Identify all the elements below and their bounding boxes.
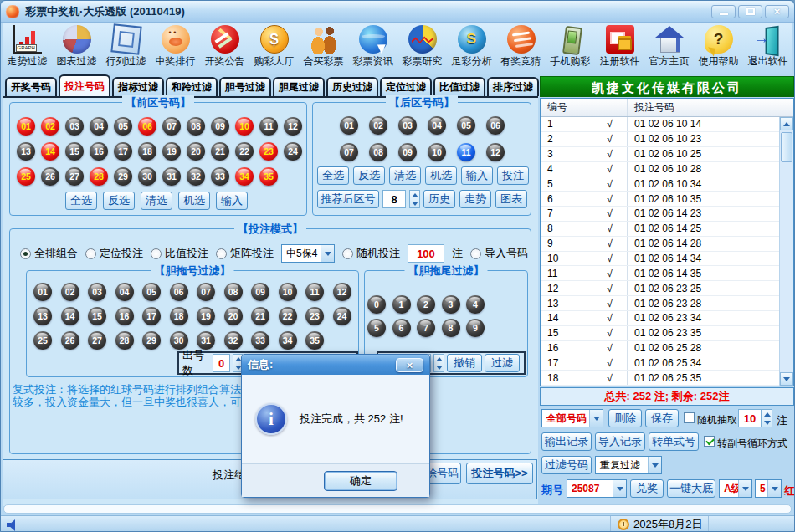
dantuo-ball[interactable]: 34 xyxy=(279,331,297,350)
dantuo-ball[interactable]: 18 xyxy=(170,307,188,325)
front-ball[interactable]: 15 xyxy=(65,142,84,161)
front-ball[interactable]: 28 xyxy=(90,167,108,186)
close-button[interactable]: × xyxy=(765,5,789,18)
back-ball[interactable]: 05 xyxy=(457,116,475,135)
front-ball[interactable]: 19 xyxy=(162,142,181,161)
back-zone-button[interactable]: 反选 xyxy=(353,166,385,185)
table-row[interactable]: 11 √ 01 02 06 14 35 xyxy=(541,266,779,281)
table-row[interactable]: 14 √ 01 02 06 23 34 xyxy=(541,311,779,326)
toolbar-button[interactable]: 官方主页 xyxy=(644,23,694,74)
front-zone-button[interactable]: 全选 xyxy=(65,192,97,210)
tail-undo-button[interactable]: 撤销 xyxy=(447,354,482,372)
tail-ball[interactable]: 7 xyxy=(417,319,435,337)
table-row[interactable]: 4 √ 01 02 06 10 28 xyxy=(541,162,779,177)
dantuo-ball[interactable]: 06 xyxy=(170,283,188,301)
convert-single-button[interactable]: 转单式号 xyxy=(649,432,699,451)
back-zone-button[interactable]: 全选 xyxy=(317,166,349,185)
front-ball[interactable]: 33 xyxy=(211,167,229,186)
table-row[interactable]: 8 √ 01 02 06 14 25 xyxy=(541,222,779,237)
dantuo-ball[interactable]: 29 xyxy=(142,331,161,350)
toolbar-button[interactable]: 有奖竞猜 xyxy=(496,23,546,74)
back-ball[interactable]: 02 xyxy=(369,116,387,135)
tail-ball[interactable]: 1 xyxy=(392,295,411,314)
table-scrollbar[interactable] xyxy=(779,117,793,386)
dantuo-ball[interactable]: 07 xyxy=(197,283,215,301)
back-zone-tool-button[interactable]: 走势 xyxy=(459,190,491,208)
toolbar-button[interactable]: 退出软件 xyxy=(743,23,792,74)
dialog-close-button[interactable]: × xyxy=(396,358,423,372)
scroll-thumb[interactable] xyxy=(781,132,792,162)
toolbar-button[interactable]: 彩票研究 xyxy=(398,23,447,74)
table-row[interactable]: 7 √ 01 02 06 14 23 xyxy=(541,207,779,222)
dantuo-ball[interactable]: 02 xyxy=(61,283,80,301)
random-pick-count-input[interactable]: 10 xyxy=(738,409,762,427)
front-ball[interactable]: 06 xyxy=(138,117,156,136)
issue-select[interactable]: 25087 xyxy=(567,479,627,498)
front-ball[interactable]: 03 xyxy=(65,117,84,136)
toolbar-button[interactable]: 图表过滤 xyxy=(52,23,101,74)
export-records-button[interactable]: 输出记录 xyxy=(541,432,592,451)
back-ball[interactable]: 07 xyxy=(340,143,358,161)
dantuo-ball[interactable]: 28 xyxy=(115,331,134,350)
delete-button[interactable]: 删除 xyxy=(608,409,642,427)
dantuo-ball[interactable]: 01 xyxy=(33,283,52,301)
tail-ball[interactable]: 9 xyxy=(466,319,485,337)
dantuo-ball[interactable]: 08 xyxy=(224,283,243,301)
dantuo-ball[interactable]: 04 xyxy=(115,283,134,301)
tab[interactable]: 指标过滤 xyxy=(112,77,164,96)
front-ball[interactable]: 12 xyxy=(284,117,302,136)
table-row[interactable]: 10 √ 01 02 06 14 34 xyxy=(541,252,779,267)
front-ball[interactable]: 20 xyxy=(187,142,205,161)
front-ball[interactable]: 30 xyxy=(138,167,156,186)
front-ball[interactable]: 32 xyxy=(187,167,205,186)
back-ball[interactable]: 04 xyxy=(428,116,446,135)
table-row[interactable]: 17 √ 01 02 06 25 34 xyxy=(541,356,779,371)
tail-ball[interactable]: 6 xyxy=(392,319,411,337)
radio-ratio-bet[interactable]: 比值投注 xyxy=(151,246,208,261)
tail-ball[interactable]: 8 xyxy=(442,319,460,337)
tab[interactable]: 开奖号码 xyxy=(5,77,57,96)
table-row[interactable]: 9 √ 01 02 06 14 28 xyxy=(541,237,779,252)
matrix-option-select[interactable]: 中5保4 xyxy=(281,244,335,263)
back-ball[interactable]: 08 xyxy=(369,143,387,161)
tab[interactable]: 和跨过滤 xyxy=(166,77,218,96)
back-zone-tool-button[interactable]: 历史 xyxy=(423,190,455,208)
tail-ball[interactable]: 4 xyxy=(466,295,485,314)
dantuo-ball[interactable]: 13 xyxy=(33,307,52,325)
dantuo-ball[interactable]: 31 xyxy=(197,331,215,350)
recommend-count-input[interactable]: 8 xyxy=(382,190,406,208)
duplicate-filter-select[interactable]: 重复过滤 xyxy=(595,456,662,474)
back-ball[interactable]: 12 xyxy=(486,143,505,161)
front-ball[interactable]: 31 xyxy=(162,167,181,186)
dantuo-ball[interactable]: 03 xyxy=(88,283,106,301)
dantuo-ball[interactable]: 33 xyxy=(251,331,269,350)
front-ball[interactable]: 22 xyxy=(235,142,254,161)
dantuo-ball[interactable]: 26 xyxy=(61,331,80,350)
dantuo-ball[interactable]: 23 xyxy=(305,307,324,325)
loop-mode-checkbox[interactable] xyxy=(704,436,715,447)
tail-ball[interactable]: 3 xyxy=(442,295,460,314)
front-ball[interactable]: 07 xyxy=(162,117,181,136)
tail-count-stepper[interactable] xyxy=(433,354,444,372)
radio-random-bet[interactable]: 随机投注 xyxy=(342,246,400,261)
radio-position-bet[interactable]: 定位投注 xyxy=(85,246,143,261)
tab[interactable]: 定位过滤 xyxy=(380,77,432,96)
front-ball[interactable]: 23 xyxy=(259,142,278,161)
dantuo-ball[interactable]: 20 xyxy=(224,307,243,325)
front-ball[interactable]: 17 xyxy=(114,142,132,161)
back-zone-button[interactable]: 清选 xyxy=(389,166,421,185)
minimize-button[interactable] xyxy=(711,5,736,18)
front-ball[interactable]: 05 xyxy=(114,117,132,136)
front-ball[interactable]: 10 xyxy=(235,117,254,136)
radio-import-numbers[interactable]: 导入号码 xyxy=(470,246,528,261)
front-ball[interactable]: 29 xyxy=(114,167,132,186)
back-zone-button[interactable]: 机选 xyxy=(425,166,457,185)
front-ball[interactable]: 27 xyxy=(65,167,84,186)
dantuo-ball[interactable]: 10 xyxy=(279,283,297,301)
front-ball[interactable]: 01 xyxy=(17,117,35,136)
dantuo-ball[interactable]: 21 xyxy=(251,307,269,325)
toolbar-button[interactable]: 中奖排行 xyxy=(151,23,200,74)
toolbar-button[interactable]: 注册软件 xyxy=(595,23,644,74)
random-count-input[interactable]: 100 xyxy=(408,244,444,263)
front-ball[interactable]: 02 xyxy=(41,117,59,136)
